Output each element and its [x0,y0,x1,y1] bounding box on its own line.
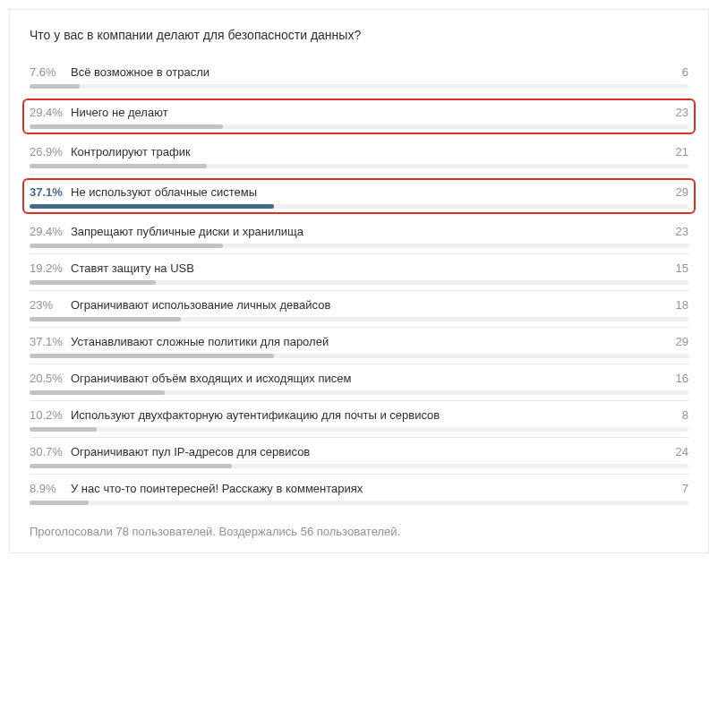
option-count: 23 [676,106,688,119]
option-left: 10.2%Используют двухфакторную аутентифик… [30,408,440,422]
option-label: Не используют облачные системы [71,185,257,199]
bar-track [30,280,688,285]
option-count: 8 [682,408,688,422]
option-header: 29.4%Запрещают публичные диски и хранили… [30,225,688,238]
option-header: 37.1%Не используют облачные системы29 [30,185,688,199]
option-header: 8.9%У нас что-то поинтересней! Расскажу … [30,482,688,495]
option-count: 7 [682,482,688,495]
option-count: 6 [682,65,688,79]
option-left: 29.4%Запрещают публичные диски и хранили… [30,225,303,238]
option-percent: 7.6% [30,65,71,79]
bar-track [30,204,688,209]
bar-track [30,501,688,505]
option-label: Ограничивают объём входящих и исходящих … [71,372,351,385]
bar-fill [30,464,232,468]
option-header: 7.6%Всё возможное в отрасли6 [30,65,688,79]
option-left: 37.1%Не используют облачные системы [30,185,257,199]
option-percent: 29.4% [30,225,71,238]
poll-option[interactable]: 8.9%У нас что-то поинтересней! Расскажу … [30,475,688,510]
option-left: 29.4%Ничего не делают [30,106,168,119]
option-count: 29 [676,185,688,199]
bar-fill [30,204,274,209]
option-left: 8.9%У нас что-то поинтересней! Расскажу … [30,482,363,495]
option-percent: 26.9% [30,145,71,158]
bar-fill [30,84,80,89]
option-left: 26.9%Контролируют трафик [30,145,191,158]
option-percent: 29.4% [30,106,71,119]
poll-footer: Проголосовали 78 пользователей. Воздержа… [30,525,688,538]
option-header: 37.1%Устанавливают сложные политики для … [30,335,688,348]
option-label: Устанавливают сложные политики для парол… [71,335,329,348]
option-count: 23 [676,225,688,238]
bar-track [30,354,688,358]
bar-fill [30,164,207,168]
option-percent: 37.1% [30,335,71,348]
option-label: Ограничивают пул IP-адресов для сервисов [71,445,310,458]
option-header: 23%Ограничивают использование личных дев… [30,298,688,312]
option-percent: 10.2% [30,408,71,422]
option-count: 21 [676,145,688,158]
bar-fill [30,354,274,358]
option-label: Контролируют трафик [71,145,191,158]
poll-option[interactable]: 7.6%Всё возможное в отрасли6 [30,58,688,95]
bar-track [30,464,688,468]
option-label: У нас что-то поинтересней! Расскажу в ко… [71,482,363,495]
option-label: Используют двухфакторную аутентификацию … [71,408,440,422]
poll-question: Что у вас в компании делают для безопасн… [30,28,688,42]
option-header: 29.4%Ничего не делают23 [30,106,688,119]
option-percent: 30.7% [30,445,71,458]
bar-fill [30,390,165,395]
bar-track [30,390,688,395]
poll-card: Что у вас в компании делают для безопасн… [9,9,709,553]
option-count: 15 [676,261,688,275]
option-percent: 37.1% [30,185,71,199]
bar-fill [30,244,223,248]
bar-track [30,244,688,248]
option-left: 30.7%Ограничивают пул IP-адресов для сер… [30,445,310,458]
bar-fill [30,427,97,432]
option-percent: 23% [30,298,71,312]
bar-fill [30,124,223,129]
bar-fill [30,280,156,285]
option-header: 10.2%Используют двухфакторную аутентифик… [30,408,688,422]
option-percent: 20.5% [30,372,71,385]
poll-option[interactable]: 30.7%Ограничивают пул IP-адресов для сер… [30,438,688,475]
poll-options: 7.6%Всё возможное в отрасли629.4%Ничего … [30,58,688,510]
bar-track [30,427,688,432]
bar-fill [30,317,181,321]
option-label: Ставят защиту на USB [71,261,194,275]
option-left: 37.1%Устанавливают сложные политики для … [30,335,329,348]
poll-option[interactable]: 20.5%Ограничивают объём входящих и исход… [30,364,688,401]
bar-track [30,317,688,321]
option-header: 30.7%Ограничивают пул IP-адресов для сер… [30,445,688,458]
option-label: Всё возможное в отрасли [71,65,209,79]
option-count: 24 [676,445,688,458]
poll-option[interactable]: 29.4%Ничего не делают23 [22,98,696,134]
bar-track [30,84,688,89]
option-header: 19.2%Ставят защиту на USB15 [30,261,688,275]
option-label: Ограничивают использование личных девайс… [71,298,330,312]
bar-fill [30,501,89,505]
option-count: 16 [676,372,688,385]
option-left: 7.6%Всё возможное в отрасли [30,65,209,79]
bar-track [30,164,688,168]
option-left: 19.2%Ставят защиту на USB [30,261,194,275]
option-count: 29 [676,335,688,348]
option-count: 18 [676,298,688,312]
poll-option[interactable]: 23%Ограничивают использование личных дев… [30,291,688,328]
option-header: 20.5%Ограничивают объём входящих и исход… [30,372,688,385]
option-left: 23%Ограничивают использование личных дев… [30,298,330,312]
option-header: 26.9%Контролируют трафик21 [30,145,688,158]
poll-option[interactable]: 10.2%Используют двухфакторную аутентифик… [30,401,688,438]
option-label: Ничего не делают [71,106,168,119]
bar-track [30,124,688,129]
poll-option[interactable]: 19.2%Ставят защиту на USB15 [30,254,688,291]
option-label: Запрещают публичные диски и хранилища [71,225,303,238]
option-left: 20.5%Ограничивают объём входящих и исход… [30,372,351,385]
option-percent: 19.2% [30,261,71,275]
poll-option[interactable]: 37.1%Не используют облачные системы29 [22,178,696,214]
poll-option[interactable]: 37.1%Устанавливают сложные политики для … [30,328,688,364]
option-percent: 8.9% [30,482,71,495]
poll-option[interactable]: 29.4%Запрещают публичные диски и хранили… [30,218,688,254]
poll-option[interactable]: 26.9%Контролируют трафик21 [30,138,688,175]
